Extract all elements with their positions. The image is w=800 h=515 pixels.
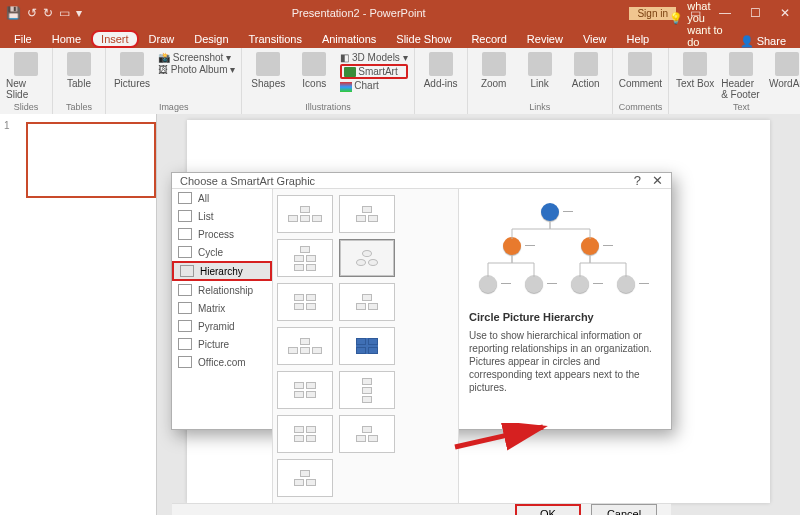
action-button[interactable]: Action bbox=[566, 52, 606, 89]
smartart-icon bbox=[344, 67, 356, 77]
quick-access-toolbar: 💾 ↺ ↻ ▭ ▾ bbox=[0, 6, 88, 20]
slide-panel: 1 bbox=[0, 114, 157, 515]
icons-button[interactable]: Icons bbox=[294, 52, 334, 89]
chart-icon bbox=[340, 82, 352, 92]
textbox-button[interactable]: Text Box bbox=[675, 52, 715, 89]
share-button[interactable]: 👤 Share bbox=[730, 35, 796, 48]
tab-design[interactable]: Design bbox=[184, 30, 238, 48]
dialog-titlebar: Choose a SmartArt Graphic ? ✕ bbox=[172, 173, 671, 188]
photo-album-button[interactable]: 🖼 Photo Album ▾ bbox=[158, 64, 235, 75]
cancel-button[interactable]: Cancel bbox=[591, 504, 657, 515]
tab-view[interactable]: View bbox=[573, 30, 617, 48]
new-slide-button[interactable]: New Slide bbox=[6, 52, 46, 100]
tab-review[interactable]: Review bbox=[517, 30, 573, 48]
cat-hierarchy[interactable]: Hierarchy bbox=[172, 261, 272, 281]
slide-thumbnail[interactable] bbox=[26, 122, 156, 198]
layout-item[interactable] bbox=[277, 283, 333, 321]
smartart-dialog: Choose a SmartArt Graphic ? ✕ All List P… bbox=[171, 172, 672, 430]
tab-insert[interactable]: Insert bbox=[91, 30, 139, 48]
comment-button[interactable]: Comment bbox=[620, 52, 660, 89]
cat-picture[interactable]: Picture bbox=[172, 335, 272, 353]
ribbon-options-icon[interactable]: ▭ bbox=[680, 6, 710, 20]
table-button[interactable]: Table bbox=[59, 52, 99, 89]
preview-title: Circle Picture Hierarchy bbox=[469, 311, 661, 323]
start-icon[interactable]: ▭ bbox=[59, 6, 70, 20]
group-links: Zoom Link Action Links bbox=[468, 48, 613, 114]
link-button[interactable]: Link bbox=[520, 52, 560, 89]
tab-home[interactable]: Home bbox=[42, 30, 91, 48]
cat-all[interactable]: All bbox=[172, 189, 272, 207]
group-text: Text Box Header & Footer WordArt Text bbox=[669, 48, 800, 114]
tab-draw[interactable]: Draw bbox=[139, 30, 185, 48]
slide-number: 1 bbox=[0, 120, 10, 198]
pictures-button[interactable]: Pictures bbox=[112, 52, 152, 89]
cat-pyramid[interactable]: Pyramid bbox=[172, 317, 272, 335]
dialog-body: All List Process Cycle Hierarchy Relatio… bbox=[172, 188, 671, 503]
cat-cycle[interactable]: Cycle bbox=[172, 243, 272, 261]
ok-button[interactable]: OK bbox=[515, 504, 581, 515]
group-comments: Comment Comments bbox=[613, 48, 670, 114]
screenshot-button[interactable]: 📸 Screenshot ▾ bbox=[158, 52, 235, 63]
group-tables: Table Tables bbox=[53, 48, 106, 114]
save-icon[interactable]: 💾 bbox=[6, 6, 21, 20]
layout-item[interactable] bbox=[339, 371, 395, 409]
layout-item[interactable] bbox=[277, 459, 333, 497]
group-illustrations: Shapes Icons ◧ 3D Models ▾ SmartArt Char… bbox=[242, 48, 414, 114]
tab-record[interactable]: Record bbox=[461, 30, 516, 48]
cat-office[interactable]: Office.com bbox=[172, 353, 272, 371]
cat-relationship[interactable]: Relationship bbox=[172, 281, 272, 299]
layout-item[interactable] bbox=[339, 195, 395, 233]
addins-label bbox=[439, 102, 442, 114]
window-title: Presentation2 - PowerPoint bbox=[88, 7, 629, 19]
layout-item[interactable] bbox=[277, 239, 333, 277]
dialog-close-icon[interactable]: ✕ bbox=[652, 173, 663, 188]
dialog-footer: OK Cancel bbox=[172, 503, 671, 515]
minimize-icon[interactable]: — bbox=[710, 6, 740, 20]
cat-matrix[interactable]: Matrix bbox=[172, 299, 272, 317]
tab-slideshow[interactable]: Slide Show bbox=[386, 30, 461, 48]
group-addins: Add-ins bbox=[415, 48, 468, 114]
layout-item[interactable] bbox=[277, 415, 333, 453]
qat-more-icon[interactable]: ▾ bbox=[76, 6, 82, 20]
layout-item[interactable] bbox=[339, 283, 395, 321]
preview-lines bbox=[469, 199, 641, 299]
category-list: All List Process Cycle Hierarchy Relatio… bbox=[172, 189, 273, 503]
layout-gallery bbox=[273, 189, 458, 503]
close-icon[interactable]: ✕ bbox=[770, 6, 800, 20]
undo-icon[interactable]: ↺ bbox=[27, 6, 37, 20]
preview-description: Use to show hierarchical information or … bbox=[469, 329, 661, 394]
preview-graphic bbox=[469, 199, 661, 303]
wordart-button[interactable]: WordArt bbox=[767, 52, 800, 89]
dialog-help-icon[interactable]: ? bbox=[634, 173, 641, 188]
group-images: Pictures 📸 Screenshot ▾ 🖼 Photo Album ▾ … bbox=[106, 48, 242, 114]
zoom-button[interactable]: Zoom bbox=[474, 52, 514, 89]
tab-file[interactable]: File bbox=[4, 30, 42, 48]
layout-item[interactable] bbox=[339, 327, 395, 365]
layout-item[interactable] bbox=[277, 371, 333, 409]
dialog-title: Choose a SmartArt Graphic bbox=[180, 175, 315, 187]
chart-button[interactable]: Chart bbox=[340, 80, 407, 91]
tab-transitions[interactable]: Transitions bbox=[239, 30, 312, 48]
header-footer-button[interactable]: Header & Footer bbox=[721, 52, 761, 100]
preview-pane: Circle Picture Hierarchy Use to show hie… bbox=[458, 189, 671, 503]
cat-list[interactable]: List bbox=[172, 207, 272, 225]
layout-item[interactable] bbox=[277, 195, 333, 233]
layout-item[interactable] bbox=[277, 327, 333, 365]
ribbon-tabs: File Home Insert Draw Design Transitions… bbox=[0, 26, 800, 48]
layout-item-selected[interactable] bbox=[339, 239, 395, 277]
ribbon: New Slide Slides Table Tables Pictures 📸… bbox=[0, 48, 800, 115]
smartart-button[interactable]: SmartArt bbox=[340, 64, 407, 79]
addins-button[interactable]: Add-ins bbox=[421, 52, 461, 89]
tab-help[interactable]: Help bbox=[617, 30, 660, 48]
group-slides: New Slide Slides bbox=[0, 48, 53, 114]
tab-animations[interactable]: Animations bbox=[312, 30, 386, 48]
layout-item[interactable] bbox=[339, 415, 395, 453]
maximize-icon[interactable]: ☐ bbox=[740, 6, 770, 20]
cat-process[interactable]: Process bbox=[172, 225, 272, 243]
redo-icon[interactable]: ↻ bbox=[43, 6, 53, 20]
shapes-button[interactable]: Shapes bbox=[248, 52, 288, 89]
3d-models-button[interactable]: ◧ 3D Models ▾ bbox=[340, 52, 407, 63]
